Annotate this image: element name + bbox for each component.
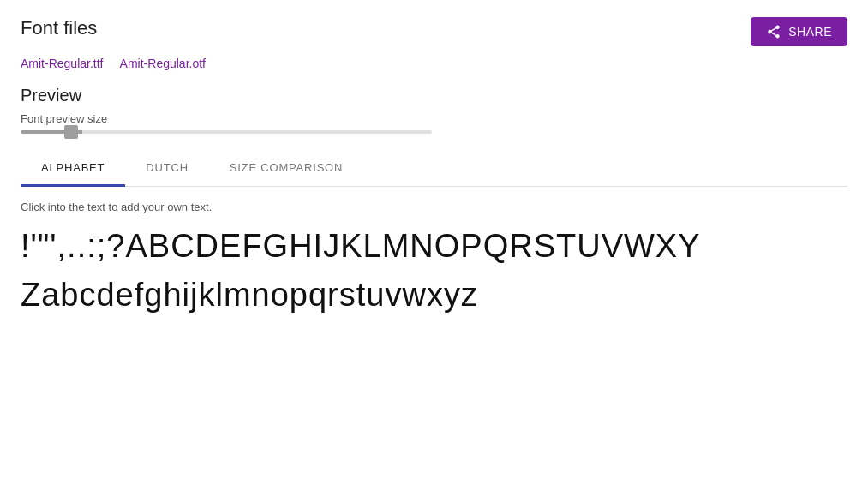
tabs-row: ALPHABET DUTCH SIZE COMPARISON [21,151,847,187]
font-size-slider[interactable] [21,130,432,134]
preview-section: Preview Font preview size [21,86,847,134]
slider-label: Font preview size [21,112,847,125]
page: Font files SHARE Amit-Regular.ttf Amit-R… [0,0,868,479]
page-title: Font files [21,17,97,39]
font-link-ttf[interactable]: Amit-Regular.ttf [21,57,103,70]
preview-line-1[interactable]: !'"',..:;?ABCDEFGHIJKLMNOPQRSTUVWXY [21,224,847,269]
share-icon [766,24,781,39]
tab-size-comparison[interactable]: SIZE COMPARISON [209,151,363,187]
font-links: Amit-Regular.ttf Amit-Regular.otf [21,57,847,70]
preview-instruction: Click into the text to add your own text… [21,201,847,213]
share-label: SHARE [788,25,832,39]
preview-title: Preview [21,86,847,105]
preview-line-2[interactable]: Zabcdefghijklmnopqrstuvwxyz [21,272,847,318]
tab-dutch[interactable]: DUTCH [125,151,209,187]
tab-alphabet[interactable]: ALPHABET [21,151,125,187]
font-preview-area[interactable]: !'"',..:;?ABCDEFGHIJKLMNOPQRSTUVWXY Zabc… [21,224,847,318]
font-link-otf[interactable]: Amit-Regular.otf [120,57,206,70]
slider-container [21,130,847,134]
header-row: Font files SHARE [21,17,847,46]
share-button[interactable]: SHARE [751,17,847,46]
